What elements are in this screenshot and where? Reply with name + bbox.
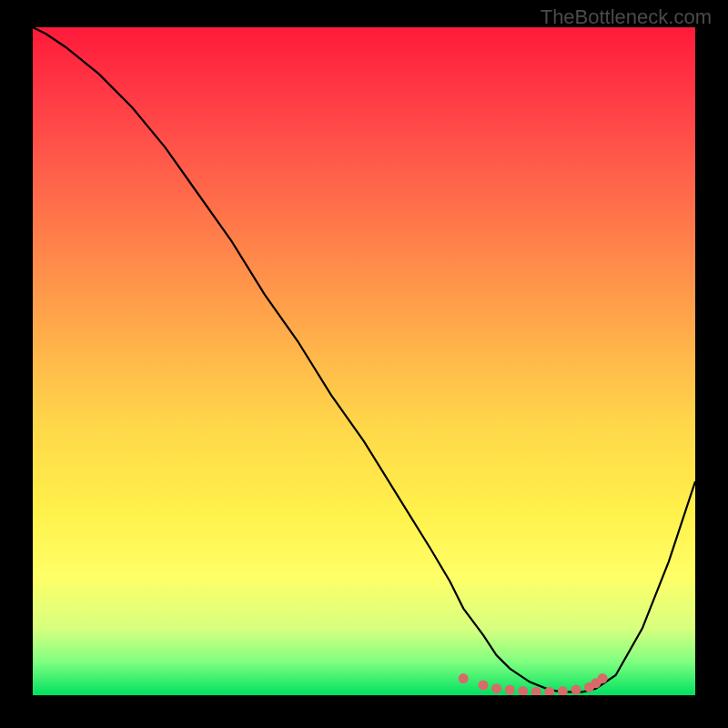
- optimal-marker: [571, 685, 581, 695]
- chart-plot-area: [33, 27, 695, 695]
- watermark-text: TheBottleneck.com: [541, 5, 712, 29]
- optimal-marker: [518, 686, 528, 695]
- optimal-marker: [558, 686, 568, 695]
- optimal-marker: [479, 681, 489, 691]
- optimal-marker: [531, 687, 541, 695]
- optimal-marker: [505, 685, 515, 695]
- optimal-marker: [598, 673, 608, 683]
- optimal-marker: [459, 673, 469, 683]
- optimal-marker: [491, 683, 501, 693]
- bottleneck-curve: [33, 27, 695, 695]
